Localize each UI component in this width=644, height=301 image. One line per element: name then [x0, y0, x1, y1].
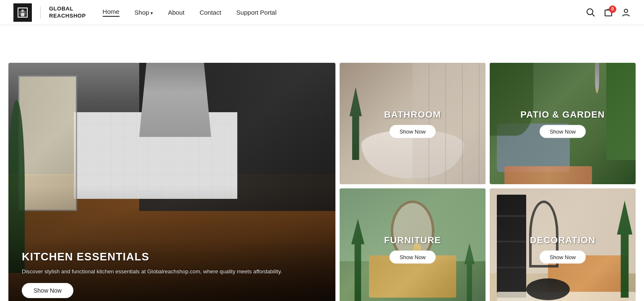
bathroom-title: BATHROOM [340, 109, 486, 120]
furniture-title: FURNITURE [340, 235, 486, 246]
patio-cta-button[interactable]: Show Now [540, 125, 586, 138]
hero-desc: Discover stylish and functional kitchen … [22, 268, 322, 276]
patio-overlay: PATIO & GARDEN Show Now [490, 109, 636, 138]
svg-point-6 [624, 9, 628, 13]
patio-card: PATIO & GARDEN Show Now [490, 63, 636, 184]
nav-shop[interactable]: Shop [135, 9, 153, 16]
hero-overlay: KITCHEN ESSENTIALS Discover stylish and … [8, 239, 335, 301]
navbar: GLOBAL REACHSHOP Home Shop About Contact… [0, 0, 644, 25]
decoration-cta-button[interactable]: Show Now [540, 251, 586, 264]
nav-icons: 0 [586, 8, 631, 17]
nav-about[interactable]: About [168, 9, 184, 16]
bathroom-card: BATHROOM Show Now [340, 63, 486, 184]
cart-button[interactable]: 0 [604, 8, 613, 17]
decoration-table [526, 278, 570, 300]
nav-contact[interactable]: Contact [200, 9, 221, 16]
logo[interactable]: GLOBAL REACHSHOP [13, 3, 86, 22]
spacer [0, 25, 644, 63]
svg-rect-1 [21, 13, 24, 16]
patio-title: PATIO & GARDEN [490, 109, 636, 120]
furniture-overlay: FURNITURE Show Now [340, 235, 486, 264]
decoration-title: DECORATION [490, 235, 636, 246]
decoration-overlay: DECORATION Show Now [490, 235, 636, 264]
furniture-cta-button[interactable]: Show Now [390, 251, 436, 264]
nav-home[interactable]: Home [103, 8, 119, 17]
bathroom-overlay: BATHROOM Show Now [340, 109, 486, 138]
cart-badge: 0 [609, 5, 616, 13]
decoration-card: DECORATION Show Now [490, 188, 636, 301]
logo-divider [40, 6, 41, 19]
nav-links: Home Shop About Contact Support Portal [103, 8, 586, 17]
content-grid: KITCHEN ESSENTIALS Discover stylish and … [0, 63, 644, 301]
hood-vent [139, 63, 211, 137]
hero-title: KITCHEN ESSENTIALS [22, 250, 322, 263]
nav-support[interactable]: Support Portal [236, 9, 277, 16]
search-button[interactable] [586, 8, 595, 17]
patio-lamp [595, 63, 599, 93]
logo-icon [13, 3, 32, 22]
furniture-card: FURNITURE Show Now [340, 188, 486, 301]
bathroom-cta-button[interactable]: Show Now [390, 125, 436, 138]
account-button[interactable] [621, 8, 631, 17]
svg-point-2 [21, 10, 24, 12]
hero-cta-button[interactable]: Show Now [22, 283, 73, 298]
svg-line-4 [592, 14, 595, 16]
svg-point-3 [587, 9, 593, 15]
logo-text: GLOBAL REACHSHOP [49, 5, 86, 20]
patio-rug [504, 166, 592, 185]
hero-card: KITCHEN ESSENTIALS Discover stylish and … [8, 63, 335, 301]
